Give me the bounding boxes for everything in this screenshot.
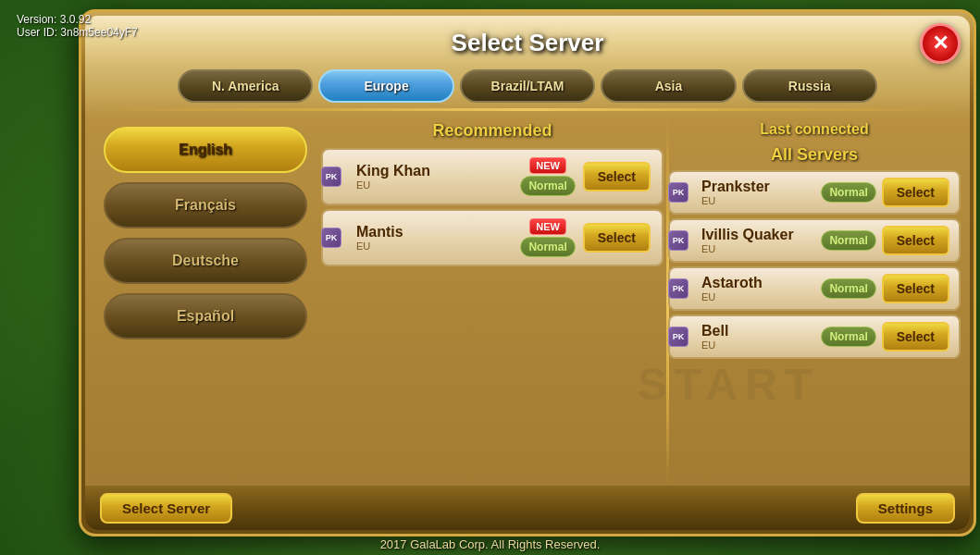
server-region-ivillis-quaker: EU [701,243,815,254]
tab-europe[interactable]: Europe [318,69,453,103]
all-servers-list: PK Prankster EU Normal Select PK Ivillis… [668,170,961,359]
server-info-king-khan: King Khan EU [356,163,513,191]
select-button-king-khan[interactable]: Select [583,162,651,191]
modal-inner: Select Server ✕ N. America Europe Brazil… [85,16,970,530]
select-button-ivillis-quaker[interactable]: Select [882,226,949,255]
server-region-mantis: EU [356,240,513,252]
lang-btn-deutsche[interactable]: Deutsche [104,238,307,284]
server-item-ivillis-quaker: PK Ivillis Quaker EU Normal Select [668,218,961,263]
modal-title: Select Server [85,29,970,57]
badge-stack-mantis: NEW Normal [520,218,575,257]
pk-badge-astaroth: PK [668,278,688,299]
version-info: Version: 3.0.92 User ID: 3n8m5ee04yF7 [17,13,138,39]
server-region-astaroth: EU [701,291,815,302]
settings-button[interactable]: Settings [856,493,955,524]
lang-btn-francais[interactable]: Français [104,182,307,228]
server-name-astaroth: Astaroth [701,275,815,291]
server-item-bell: PK Bell EU Normal Select [668,314,961,359]
all-servers-title: All Servers [668,145,961,165]
server-info-astaroth: Astaroth EU [701,275,815,302]
tab-n-america[interactable]: N. America [178,69,313,103]
normal-badge-king-khan: Normal [520,176,575,196]
server-item-prankster: PK Prankster EU Normal Select [668,170,961,215]
normal-badge-astaroth: Normal [821,278,875,299]
right-panel: Last connected All Servers PK Prankster … [668,117,961,484]
recommended-panel: Recommended PK King Khan EU NEW Normal S… [321,117,664,484]
server-info-bell: Bell EU [701,323,815,351]
normal-badge-prankster: Normal [821,182,875,203]
server-name-bell: Bell [701,323,815,339]
server-region-bell: EU [701,339,815,351]
copyright-text: 2017 GalaLab Corp. All Rights Reserved. [0,537,980,551]
select-button-mantis[interactable]: Select [583,223,651,253]
normal-badge-ivillis-quaker: Normal [821,230,875,251]
server-info-mantis: Mantis EU [356,224,513,252]
tab-brazil-ltam[interactable]: Brazil/LTAM [460,69,595,103]
lang-btn-espanol[interactable]: Español [104,293,307,339]
version-text: Version: 3.0.92 [17,13,138,26]
pk-badge-bell: PK [668,327,688,347]
bottom-bar: Select Server Settings [85,486,970,530]
tab-asia[interactable]: Asia [601,69,736,103]
select-button-bell[interactable]: Select [882,322,949,352]
select-button-prankster[interactable]: Select [882,178,949,207]
server-region-king-khan: EU [356,179,513,191]
tab-russia[interactable]: Russia [742,69,877,103]
lang-btn-english[interactable]: English [104,127,307,173]
region-tabs: N. America Europe Brazil/LTAM Asia Russi… [178,69,877,103]
server-name-king-khan: King Khan [356,163,513,179]
server-item-mantis: PK Mantis EU NEW Normal Select [321,209,664,266]
server-region-prankster: EU [701,195,815,206]
server-item-astaroth: PK Astaroth EU Normal Select [668,266,961,311]
new-badge-mantis: NEW [529,218,566,235]
normal-badge-mantis: Normal [520,237,575,257]
language-panel: English Français Deutsche Español [94,117,316,484]
normal-badge-bell: Normal [821,327,875,347]
recommended-title: Recommended [321,121,664,141]
user-id-text: User ID: 3n8m5ee04yF7 [17,26,138,39]
close-button[interactable]: ✕ [920,23,961,64]
select-button-astaroth[interactable]: Select [882,274,949,303]
pk-badge-prankster: PK [668,182,688,203]
server-name-prankster: Prankster [701,179,815,195]
recommended-server-list: PK King Khan EU NEW Normal Select PK [321,148,664,266]
pk-badge-ivillis-quaker: PK [668,230,688,251]
server-info-prankster: Prankster EU [701,179,815,206]
server-name-mantis: Mantis [356,224,513,240]
server-item-king-khan: PK King Khan EU NEW Normal Select [321,148,664,205]
new-badge-king-khan: NEW [529,157,566,174]
last-connected-title: Last connected [668,121,961,138]
select-server-modal: Select Server ✕ N. America Europe Brazil… [79,9,976,536]
select-server-button[interactable]: Select Server [100,493,232,524]
server-name-ivillis-quaker: Ivillis Quaker [701,227,815,243]
pk-badge-mantis: PK [321,228,341,248]
server-info-ivillis-quaker: Ivillis Quaker EU [701,227,815,254]
pk-badge-king-khan: PK [321,166,341,187]
separator [94,108,961,111]
badge-stack-king-khan: NEW Normal [520,157,575,196]
